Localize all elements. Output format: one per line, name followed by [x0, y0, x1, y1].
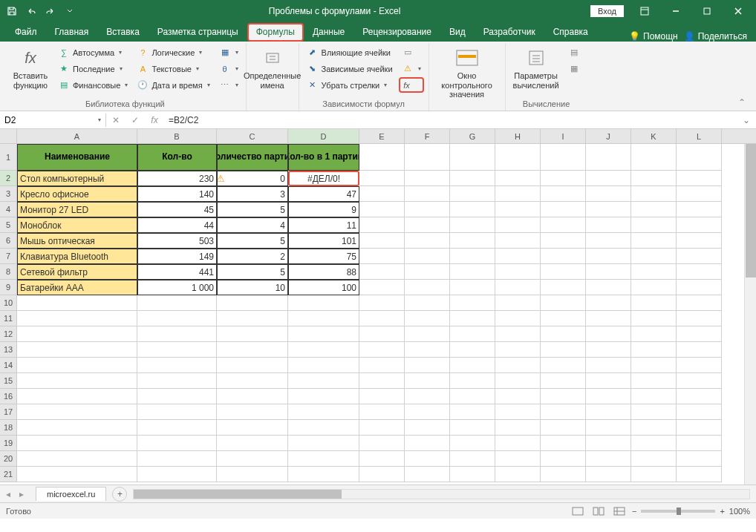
add-sheet-button[interactable]: + — [112, 487, 127, 502]
cell[interactable] — [359, 420, 405, 436]
cell[interactable] — [586, 202, 631, 217]
row-header-2[interactable]: 2 — [0, 171, 17, 186]
cell[interactable] — [217, 436, 288, 451]
cell[interactable] — [405, 295, 450, 311]
cell[interactable] — [137, 451, 217, 467]
cell[interactable] — [17, 389, 137, 404]
scroll-thumb[interactable] — [746, 144, 756, 278]
cell[interactable] — [288, 295, 359, 311]
cell[interactable] — [359, 144, 405, 171]
cell[interactable] — [405, 389, 450, 404]
cell[interactable] — [586, 264, 631, 280]
cell[interactable] — [405, 326, 450, 342]
cell[interactable] — [450, 144, 495, 171]
row-header-1[interactable]: 1 — [0, 144, 17, 171]
cell[interactable] — [137, 295, 217, 311]
cell[interactable] — [359, 264, 405, 280]
cell[interactable] — [450, 217, 495, 233]
row-header-13[interactable]: 13 — [0, 342, 17, 358]
cell[interactable] — [450, 420, 495, 436]
tab-insert[interactable]: Вставка — [97, 23, 149, 42]
cell[interactable] — [17, 342, 137, 358]
trace-dependents-button[interactable]: ⬊Зависимые ячейки — [304, 61, 396, 76]
cell-d3[interactable]: 47 — [288, 186, 359, 202]
calc-now-button[interactable]: ▤ — [565, 45, 583, 60]
cell[interactable] — [17, 358, 137, 373]
cell[interactable] — [677, 264, 722, 280]
cell[interactable] — [586, 389, 631, 404]
row-header-12[interactable]: 12 — [0, 326, 17, 342]
cell[interactable] — [405, 420, 450, 436]
cell[interactable] — [586, 171, 631, 186]
math-button[interactable]: θ▾ — [216, 61, 241, 76]
header-cell[interactable]: Наименование — [17, 144, 137, 171]
cell[interactable] — [586, 436, 631, 451]
zoom-slider[interactable] — [641, 510, 715, 513]
column-header-D[interactable]: D — [288, 129, 359, 143]
cell-c5[interactable]: 4 — [217, 217, 288, 233]
cell[interactable] — [288, 311, 359, 326]
cell-b9[interactable]: 1 000 — [137, 280, 217, 295]
cell[interactable] — [541, 342, 586, 358]
name-manager-button[interactable]: Определенные имена — [251, 45, 294, 91]
cell[interactable] — [217, 451, 288, 467]
cell[interactable] — [541, 217, 586, 233]
redo-button[interactable] — [42, 2, 59, 20]
cell[interactable] — [677, 202, 722, 217]
cancel-formula-button[interactable]: ✕ — [109, 114, 123, 127]
cell[interactable] — [631, 171, 677, 186]
cell[interactable] — [217, 467, 288, 482]
row-header-8[interactable]: 8 — [0, 264, 17, 280]
cell[interactable] — [359, 311, 405, 326]
minimize-button[interactable] — [661, 1, 691, 22]
cell[interactable] — [450, 451, 495, 467]
cell[interactable] — [677, 451, 722, 467]
row-header-10[interactable]: 10 — [0, 295, 17, 311]
cell[interactable] — [631, 217, 677, 233]
cell[interactable] — [359, 358, 405, 373]
cell[interactable] — [541, 358, 586, 373]
cell[interactable] — [359, 280, 405, 295]
cell[interactable] — [495, 389, 541, 404]
cell-b7[interactable]: 149 — [137, 249, 217, 264]
cell-c4[interactable]: 5 — [217, 202, 288, 217]
cell[interactable] — [495, 280, 541, 295]
tab-help[interactable]: Справка — [544, 23, 597, 42]
cell[interactable] — [359, 249, 405, 264]
cell[interactable] — [631, 342, 677, 358]
cell[interactable] — [631, 311, 677, 326]
cell[interactable] — [405, 404, 450, 420]
calc-sheet-button[interactable]: ▦ — [565, 61, 583, 76]
header-cell[interactable]: Кол-во — [137, 144, 217, 171]
cell[interactable] — [677, 404, 722, 420]
row-header-17[interactable]: 17 — [0, 404, 17, 420]
cell[interactable] — [677, 171, 722, 186]
cell[interactable] — [541, 144, 586, 171]
cell[interactable] — [495, 249, 541, 264]
row-header-19[interactable]: 19 — [0, 436, 17, 451]
cell[interactable] — [677, 420, 722, 436]
cell[interactable] — [450, 171, 495, 186]
zoom-out-button[interactable]: − — [632, 507, 636, 516]
cell[interactable] — [17, 311, 137, 326]
cell[interactable] — [586, 358, 631, 373]
error-checking-button[interactable]: ⚠▾ — [399, 61, 424, 76]
logical-button[interactable]: ?Логические▾ — [134, 45, 212, 60]
cell[interactable] — [137, 373, 217, 389]
cell[interactable] — [405, 373, 450, 389]
cell[interactable] — [405, 186, 450, 202]
cell-c3[interactable]: 3 — [217, 186, 288, 202]
cell[interactable] — [17, 326, 137, 342]
cell[interactable] — [137, 467, 217, 482]
tab-formulas[interactable]: Формулы — [247, 23, 304, 42]
cell[interactable] — [677, 233, 722, 249]
cell[interactable] — [359, 186, 405, 202]
row-header-20[interactable]: 20 — [0, 451, 17, 467]
vertical-scrollbar[interactable] — [744, 144, 756, 485]
cell[interactable] — [541, 249, 586, 264]
cell[interactable] — [137, 404, 217, 420]
view-normal-button[interactable] — [570, 505, 586, 518]
row-header-21[interactable]: 21 — [0, 467, 17, 482]
cell[interactable] — [359, 389, 405, 404]
horizontal-scrollbar[interactable] — [133, 489, 750, 499]
